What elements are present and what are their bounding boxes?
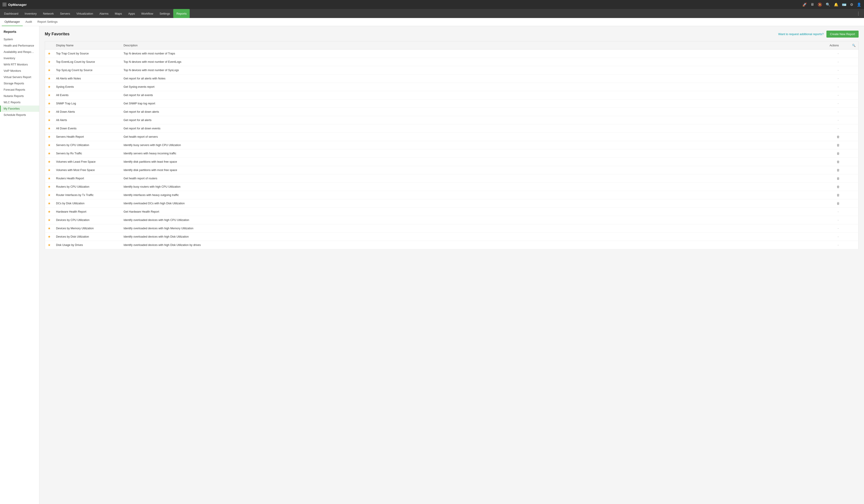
delete-icon[interactable]: 🗑 xyxy=(830,135,847,139)
nav-item-reports[interactable]: Reports xyxy=(173,9,190,18)
star-icon[interactable]: ★ xyxy=(48,235,51,239)
star-cell[interactable]: ★ xyxy=(45,108,53,116)
star-cell[interactable]: ★ xyxy=(45,149,53,158)
star-icon[interactable]: ★ xyxy=(48,127,51,130)
star-icon[interactable]: ★ xyxy=(48,160,51,164)
sidebar-item-voip[interactable]: VoIP Monitors xyxy=(0,68,39,74)
subnav-audit[interactable]: Audit xyxy=(23,18,35,26)
star-cell[interactable]: ★ xyxy=(45,116,53,124)
user-icon[interactable]: 👤 xyxy=(857,2,861,7)
sidebar-item-health-performance[interactable]: Health and Performance xyxy=(0,43,39,49)
star-icon[interactable]: ★ xyxy=(48,60,51,64)
sidebar-item-nutanix[interactable]: Nutanix Reports xyxy=(0,93,39,99)
report-action[interactable]: 🗑 xyxy=(827,166,849,175)
star-cell[interactable]: ★ xyxy=(45,166,53,175)
delete-icon[interactable]: 🗑 xyxy=(830,177,847,180)
star-cell[interactable]: ★ xyxy=(45,74,53,83)
report-action[interactable]: 🗑 xyxy=(827,183,849,191)
nav-item-apps[interactable]: Apps xyxy=(125,9,138,18)
subnav-opmanager[interactable]: OpManager xyxy=(2,18,23,26)
nav-item-maps[interactable]: Maps xyxy=(112,9,125,18)
star-cell[interactable]: ★ xyxy=(45,99,53,108)
delete-icon[interactable]: 🗑 xyxy=(830,185,847,189)
star-icon[interactable]: ★ xyxy=(48,152,51,155)
report-action[interactable]: 🗑 xyxy=(827,133,849,141)
star-icon[interactable]: ★ xyxy=(48,110,51,113)
gear-icon[interactable]: ⚙ xyxy=(850,2,853,7)
sidebar-item-inventory[interactable]: Inventory xyxy=(0,55,39,61)
nav-item-inventory[interactable]: Inventory xyxy=(22,9,40,18)
star-icon[interactable]: ★ xyxy=(48,210,51,214)
star-icon[interactable]: ★ xyxy=(48,176,51,180)
delete-icon[interactable]: 🗑 xyxy=(830,152,847,155)
star-icon[interactable]: ★ xyxy=(48,51,51,55)
delete-icon[interactable]: 🗑 xyxy=(830,202,847,205)
delete-icon[interactable]: 🗑 xyxy=(830,160,847,164)
star-icon[interactable]: ★ xyxy=(48,243,51,247)
search-icon[interactable]: 🔍 xyxy=(826,2,830,7)
nav-item-dashboard[interactable]: Dashboard xyxy=(1,9,22,18)
star-cell[interactable]: ★ xyxy=(45,49,53,58)
star-icon[interactable]: ★ xyxy=(48,185,51,189)
subnav-report-settings[interactable]: Report Settings xyxy=(35,18,60,26)
sidebar-item-schedule-reports[interactable]: Schedule Reports xyxy=(0,112,39,118)
star-icon[interactable]: ★ xyxy=(48,118,51,122)
report-action[interactable]: 🗑 xyxy=(827,175,849,183)
star-cell[interactable]: ★ xyxy=(45,224,53,233)
star-cell[interactable]: ★ xyxy=(45,233,53,241)
report-action[interactable]: 🗑 xyxy=(827,199,849,208)
sidebar-item-system[interactable]: System xyxy=(0,36,39,43)
star-icon[interactable]: ★ xyxy=(48,135,51,139)
report-action[interactable]: 🗑 xyxy=(827,158,849,166)
sidebar-item-wlc[interactable]: WLC Reports xyxy=(0,99,39,106)
nav-more-icon[interactable]: ⋮ xyxy=(854,11,863,16)
star-icon[interactable]: ★ xyxy=(48,168,51,172)
nav-item-servers[interactable]: Servers xyxy=(57,9,73,18)
star-cell[interactable]: ★ xyxy=(45,175,53,183)
rocket-icon[interactable]: 🚀 xyxy=(802,2,807,7)
delete-icon[interactable]: 🗑 xyxy=(830,143,847,147)
sidebar-item-availability-response[interactable]: Availability and Response xyxy=(0,49,39,55)
report-action[interactable]: 🗑 xyxy=(827,191,849,199)
create-new-report-button[interactable]: Create New Report xyxy=(826,31,859,38)
star-cell[interactable]: ★ xyxy=(45,141,53,149)
star-icon[interactable]: ★ xyxy=(48,218,51,222)
request-reports-link[interactable]: Want to request additional reports? xyxy=(778,32,824,36)
delete-icon[interactable]: 🗑 xyxy=(830,193,847,197)
star-icon[interactable]: ★ xyxy=(48,201,51,205)
monitor-icon[interactable]: 🖥 xyxy=(811,2,814,7)
star-cell[interactable]: ★ xyxy=(45,124,53,133)
star-cell[interactable]: ★ xyxy=(45,83,53,91)
star-cell[interactable]: ★ xyxy=(45,133,53,141)
star-icon[interactable]: ★ xyxy=(48,93,51,97)
nav-item-settings[interactable]: Settings xyxy=(156,9,173,18)
star-icon[interactable]: ★ xyxy=(48,143,51,147)
sidebar-item-forecast-reports[interactable]: Forecast Reports xyxy=(0,87,39,93)
star-icon[interactable]: ★ xyxy=(48,68,51,72)
sidebar-item-my-favorites[interactable]: My Favorites xyxy=(0,106,39,112)
star-icon[interactable]: ★ xyxy=(48,226,51,230)
star-icon[interactable]: ★ xyxy=(48,101,51,105)
delete-icon[interactable]: 🗑 xyxy=(830,168,847,172)
star-cell[interactable]: ★ xyxy=(45,58,53,66)
star-cell[interactable]: ★ xyxy=(45,158,53,166)
col-header-search[interactable]: 🔍 xyxy=(849,41,859,49)
star-cell[interactable]: ★ xyxy=(45,183,53,191)
star-cell[interactable]: ★ xyxy=(45,66,53,74)
star-cell[interactable]: ★ xyxy=(45,208,53,216)
report-action[interactable]: 🗑 xyxy=(827,149,849,158)
bell-icon[interactable]: 🔔 xyxy=(834,2,838,7)
star-cell[interactable]: ★ xyxy=(45,216,53,224)
star-cell[interactable]: ★ xyxy=(45,241,53,249)
sidebar-item-storage-reports[interactable]: Storage Reports xyxy=(0,80,39,87)
report-action[interactable]: 🗑 xyxy=(827,141,849,149)
person-badge-icon[interactable]: 🪪 xyxy=(842,2,847,7)
bell-mute-icon[interactable]: 🔕 xyxy=(818,2,822,7)
star-cell[interactable]: ★ xyxy=(45,91,53,99)
sidebar-item-virtual-servers[interactable]: Virtual Servers Report xyxy=(0,74,39,80)
star-cell[interactable]: ★ xyxy=(45,191,53,199)
nav-item-network[interactable]: Network xyxy=(40,9,57,18)
nav-item-virtualization[interactable]: Virtualization xyxy=(73,9,96,18)
nav-item-alarms[interactable]: Alarms xyxy=(96,9,112,18)
nav-item-workflow[interactable]: Workflow xyxy=(138,9,156,18)
